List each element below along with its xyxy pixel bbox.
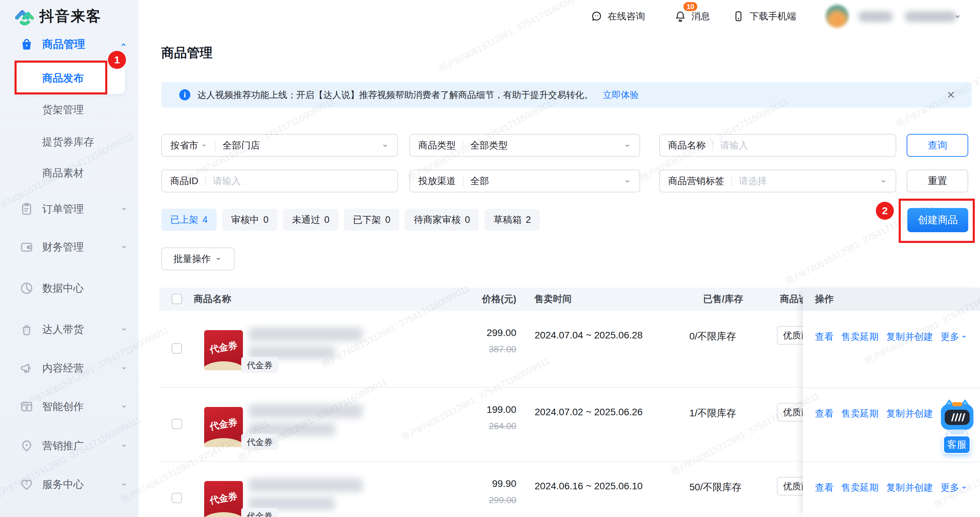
row-checkbox[interactable] bbox=[172, 419, 182, 429]
username-blurred bbox=[858, 11, 893, 22]
search-button[interactable]: 查询 bbox=[907, 134, 968, 157]
product-type-tag: 代金券 bbox=[241, 357, 278, 373]
chevron-down-icon bbox=[623, 141, 632, 150]
action-link[interactable]: 更多 bbox=[940, 331, 968, 343]
chevron-down-icon bbox=[119, 205, 128, 213]
basket-icon bbox=[19, 37, 34, 52]
sidebar: 抖音来客 商品管理 商品发布货架管理提货券库存商品素材 订单管理 财务管理 数据… bbox=[0, 0, 138, 517]
pie-icon bbox=[19, 281, 34, 296]
price: 99.90 bbox=[457, 478, 516, 489]
banner-text: 达人视频推荐功能上线；开启【达人说】推荐视频帮助消费者了解商品细节，有助于提升交… bbox=[197, 89, 593, 101]
banner-link[interactable]: 立即体验 bbox=[603, 89, 639, 101]
product-name-blurred bbox=[248, 404, 363, 418]
sidebar-item-pie[interactable]: 数据中心 bbox=[0, 278, 138, 299]
sidebar-item-pin[interactable]: 营销推广 bbox=[0, 435, 138, 456]
sidebar-subitem[interactable]: 提货券库存 bbox=[0, 132, 138, 152]
create-product-button[interactable]: 创建商品 bbox=[907, 208, 968, 232]
price: 299.00 bbox=[457, 328, 516, 339]
chevron-down-icon bbox=[381, 141, 390, 150]
marketing-tag-select[interactable]: 商品营销标签 请选择 bbox=[659, 170, 896, 192]
product-id-input[interactable]: 商品ID 请输入 bbox=[161, 170, 398, 192]
original-price: 264.00 bbox=[457, 421, 516, 431]
sale-period: 2024.06.16 ~ 2025.06.10 bbox=[535, 480, 643, 492]
action-link[interactable]: 复制并创建 bbox=[886, 407, 933, 420]
row-actions: 查看售卖延期复制并创建更多 bbox=[815, 481, 968, 494]
action-link[interactable]: 复制并创建 bbox=[886, 331, 933, 343]
sold-stock: 1/不限库存 bbox=[689, 407, 736, 420]
status-tabs: 已上架4审核中0未通过0已下架0待商家审核0草稿箱2 bbox=[161, 209, 540, 231]
select-all-checkbox[interactable] bbox=[172, 294, 182, 304]
sidebar-item-heart[interactable]: 服务中心 bbox=[0, 474, 138, 495]
action-link[interactable]: 查看 bbox=[815, 331, 834, 343]
chevron-down-icon bbox=[214, 255, 223, 263]
tab-未通过[interactable]: 未通过0 bbox=[283, 209, 339, 231]
product-name-blurred bbox=[248, 328, 363, 341]
annotation-badge-2: 2 bbox=[876, 202, 894, 220]
chevron-down-icon[interactable] bbox=[952, 11, 963, 22]
product-type-select[interactable]: 商品类型 全部类型 bbox=[409, 134, 640, 157]
chevron-down-icon bbox=[119, 441, 128, 450]
row-checkbox[interactable] bbox=[172, 493, 182, 503]
main-area: 在线咨询 消息 10 下载手机端 商品管理 i 达人视频推荐功能上线；开启【达人… bbox=[138, 0, 980, 517]
sold-stock: 0/不限库存 bbox=[689, 330, 736, 343]
chevron-down-icon bbox=[119, 325, 128, 334]
action-link[interactable]: 复制并创建 bbox=[886, 481, 933, 494]
sidebar-item-clipboard[interactable]: 订单管理 bbox=[0, 199, 138, 220]
support-button[interactable]: 客服 bbox=[943, 435, 970, 454]
action-link[interactable]: 售卖延期 bbox=[841, 407, 878, 420]
chevron-down-icon bbox=[200, 142, 208, 149]
action-link[interactable]: 查看 bbox=[815, 481, 834, 494]
row-checkbox[interactable] bbox=[172, 343, 182, 354]
channel-select[interactable]: 投放渠道 全部 bbox=[409, 170, 640, 192]
store-filter-select[interactable]: 按省市 全部门店 bbox=[161, 134, 398, 157]
batch-actions-button[interactable]: 批量操作 bbox=[161, 247, 235, 270]
product-name-blurred bbox=[248, 478, 363, 492]
product-image: 代金券 bbox=[204, 481, 243, 517]
chevron-down-icon bbox=[119, 480, 128, 489]
logo-mark-icon bbox=[13, 6, 36, 27]
original-price: 387.00 bbox=[457, 344, 516, 355]
sidebar-subitem[interactable]: 商品发布 bbox=[15, 63, 125, 94]
action-link[interactable]: 查看 bbox=[815, 407, 834, 420]
close-icon[interactable] bbox=[946, 90, 956, 100]
action-link[interactable]: 售卖延期 bbox=[841, 331, 878, 343]
info-icon: i bbox=[179, 89, 190, 100]
sidebar-item-bag[interactable]: 达人带货 bbox=[0, 319, 138, 340]
avatar[interactable] bbox=[826, 5, 848, 28]
action-link[interactable]: 更多 bbox=[940, 481, 968, 494]
row-actions: 查看售卖延期复制并创建更多 bbox=[815, 331, 968, 343]
sold-stock: 50/不限库存 bbox=[689, 480, 741, 494]
reset-button[interactable]: 重置 bbox=[907, 170, 968, 192]
annotation-badge-1: 1 bbox=[108, 51, 126, 69]
sidebar-subitem[interactable]: 货架管理 bbox=[0, 99, 138, 120]
actions-column-header: 操作 bbox=[803, 288, 980, 311]
tab-审核中[interactable]: 审核中0 bbox=[222, 209, 278, 231]
sidebar-item-wallet[interactable]: 财务管理 bbox=[0, 237, 138, 258]
chevron-down-icon bbox=[623, 177, 632, 186]
sidebar-item-horn[interactable]: 内容经营 bbox=[0, 358, 138, 379]
chat-icon bbox=[590, 10, 603, 22]
sidebar-item-clapper[interactable]: 智能创作 bbox=[0, 396, 138, 417]
brand-name: 抖音来客 bbox=[40, 6, 102, 26]
price: 199.00 bbox=[457, 404, 516, 415]
clipboard-icon bbox=[19, 202, 34, 216]
sale-period: 2024.07.04 ~ 2025.06.28 bbox=[535, 330, 643, 341]
chevron-down-icon bbox=[960, 484, 968, 492]
tab-草稿箱[interactable]: 草稿箱2 bbox=[484, 209, 540, 231]
product-image: 代金券 bbox=[204, 407, 243, 447]
download-app-button[interactable]: 下载手机端 bbox=[732, 0, 796, 33]
messages-badge: 10 bbox=[682, 1, 698, 12]
product-name-input[interactable]: 商品名称 请输入 bbox=[659, 134, 896, 157]
wallet-icon bbox=[19, 240, 34, 255]
action-link[interactable]: 售卖延期 bbox=[841, 481, 878, 494]
sidebar-subitem[interactable]: 商品素材 bbox=[0, 163, 138, 183]
tab-待商家审核[interactable]: 待商家审核0 bbox=[405, 209, 479, 231]
chevron-down-icon bbox=[879, 177, 888, 186]
tab-已上架[interactable]: 已上架4 bbox=[161, 209, 216, 231]
horn-icon bbox=[19, 361, 34, 375]
online-consult-button[interactable]: 在线咨询 bbox=[590, 0, 645, 33]
pin-icon bbox=[19, 439, 34, 453]
tab-已下架[interactable]: 已下架0 bbox=[344, 209, 399, 231]
sale-period: 2024.07.02 ~ 2025.06.26 bbox=[535, 407, 643, 418]
product-type-tag: 代金券 bbox=[241, 508, 278, 517]
